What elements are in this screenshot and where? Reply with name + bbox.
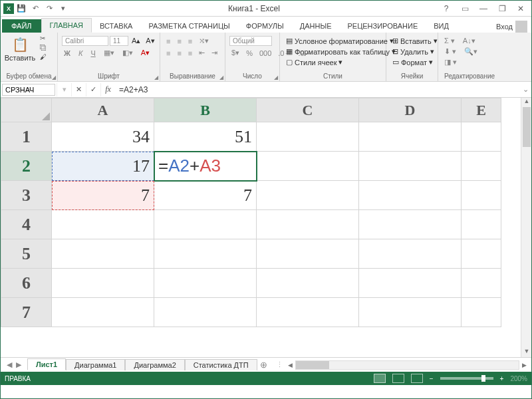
sheet-tab-2[interactable]: Диаграмма1: [66, 359, 125, 370]
user-icon[interactable]: [515, 21, 527, 33]
font-color-button[interactable]: A▾: [139, 48, 152, 58]
row-header-4[interactable]: 4: [1, 210, 52, 239]
col-header-D[interactable]: D: [359, 98, 462, 122]
col-header-C[interactable]: C: [257, 98, 359, 122]
cell-C3[interactable]: [257, 181, 359, 210]
qat-customize-button[interactable]: ▾: [57, 2, 70, 15]
sheet-tab-3[interactable]: Диаграмма2: [125, 359, 184, 370]
cell-A1[interactable]: 34: [52, 122, 154, 152]
cell-E5[interactable]: [462, 239, 501, 269]
cell-B5[interactable]: [154, 239, 257, 269]
cell-D3[interactable]: [359, 181, 462, 210]
undo-button[interactable]: ↶: [29, 2, 42, 15]
decrease-font-button[interactable]: A▾: [144, 36, 156, 46]
currency-button[interactable]: $▾: [229, 48, 241, 58]
align-left-button[interactable]: ≡: [164, 49, 172, 58]
row-header-6[interactable]: 6: [1, 269, 52, 298]
save-button[interactable]: 💾: [15, 2, 28, 15]
view-page-break-button[interactable]: [411, 374, 423, 383]
cell-E7[interactable]: [462, 298, 501, 327]
cell-D1[interactable]: [359, 122, 462, 152]
hscroll-right[interactable]: ▶: [519, 362, 529, 368]
zoom-thumb[interactable]: [481, 375, 485, 382]
scroll-down-button[interactable]: ▼: [521, 348, 531, 357]
conditional-formatting-button[interactable]: ▤Условное форматирование▾: [284, 36, 396, 46]
sheet-tab-4[interactable]: Статистика ДТП: [185, 359, 257, 370]
redo-button[interactable]: ↷: [43, 2, 56, 15]
indent-decrease-button[interactable]: ⇤: [197, 48, 207, 58]
row-header-5[interactable]: 5: [1, 239, 52, 269]
horizontal-scrollbar[interactable]: [295, 360, 519, 370]
cell-C2[interactable]: [257, 152, 359, 181]
insert-function-button[interactable]: fx: [100, 83, 115, 96]
view-page-layout-button[interactable]: [392, 374, 404, 383]
expand-formula-bar[interactable]: ⌄: [519, 85, 531, 94]
hscroll-left[interactable]: ◀: [286, 362, 295, 368]
cell-A2[interactable]: 17: [52, 152, 154, 181]
tab-page-layout[interactable]: РАЗМЕТКА СТРАНИЦЫ: [140, 19, 237, 33]
zoom-slider[interactable]: [440, 377, 493, 380]
cell-E4[interactable]: [462, 210, 501, 239]
delete-cells-button[interactable]: ⊟Удалить▾: [390, 47, 436, 57]
find-select-button[interactable]: 🔍▾: [462, 47, 479, 57]
cell-E3[interactable]: [462, 181, 501, 210]
close-button[interactable]: ✕: [513, 3, 529, 15]
cell-E1[interactable]: [462, 122, 501, 152]
align-middle-button[interactable]: ≡: [175, 37, 183, 46]
cell-styles-button[interactable]: ▢Стили ячеек▾: [284, 57, 344, 67]
orientation-button[interactable]: ⤭▾: [197, 36, 211, 46]
cut-button[interactable]: ✂: [38, 34, 49, 43]
align-right-button[interactable]: ≡: [186, 49, 194, 58]
help-button[interactable]: ?: [438, 3, 454, 15]
cell-A6[interactable]: [52, 269, 154, 298]
cell-E6[interactable]: [462, 269, 501, 298]
restore-button[interactable]: ❐: [494, 3, 510, 15]
percent-button[interactable]: %: [244, 49, 255, 58]
format-as-table-button[interactable]: ▦Форматировать как таблицу▾: [284, 47, 398, 57]
underline-button[interactable]: Ч: [88, 49, 97, 58]
row-header-1[interactable]: 1: [1, 122, 52, 152]
vertical-scrollbar[interactable]: ▲ ▼: [521, 98, 531, 357]
vscroll-thumb[interactable]: [523, 107, 531, 147]
tab-home[interactable]: ГЛАВНАЯ: [41, 18, 92, 33]
cell-D5[interactable]: [359, 239, 462, 269]
cell-A3[interactable]: 7: [52, 181, 154, 210]
view-normal-button[interactable]: [374, 374, 386, 383]
clear-button[interactable]: ◨ ▾: [442, 57, 459, 67]
alignment-launcher[interactable]: ◢: [219, 74, 223, 80]
tab-data[interactable]: ДАННЫЕ: [292, 19, 340, 33]
zoom-level[interactable]: 200%: [510, 375, 527, 382]
minimize-button[interactable]: —: [475, 3, 491, 15]
sheet-nav[interactable]: ◀▶: [1, 360, 27, 369]
tab-scroll-separator[interactable]: ⋮: [273, 360, 286, 369]
scroll-up-button[interactable]: ▲: [521, 98, 531, 107]
cell-D2[interactable]: [359, 152, 462, 181]
formula-input[interactable]: =A2+A3: [115, 84, 519, 96]
align-bottom-button[interactable]: ≡: [186, 37, 194, 46]
autosum-button[interactable]: Σ ▾: [442, 36, 457, 46]
cell-B3[interactable]: 7: [154, 181, 257, 210]
insert-cells-button[interactable]: ⊞Вставить▾: [390, 36, 440, 46]
comma-button[interactable]: 000: [257, 49, 273, 58]
cell-B7[interactable]: [154, 298, 257, 327]
col-header-A[interactable]: A: [52, 98, 154, 122]
sort-filter-button[interactable]: A↓▾: [461, 36, 477, 46]
clipboard-launcher[interactable]: ◢: [52, 74, 56, 80]
name-box-dropdown[interactable]: ▾: [57, 83, 71, 96]
italic-button[interactable]: К: [76, 49, 84, 58]
tab-insert[interactable]: ВСТАВКА: [92, 19, 140, 33]
bold-button[interactable]: Ж: [62, 49, 72, 58]
font-launcher[interactable]: ◢: [154, 74, 158, 80]
cell-C5[interactable]: [257, 239, 359, 269]
zoom-in-button[interactable]: +: [500, 375, 504, 382]
col-header-E[interactable]: E: [462, 98, 501, 122]
tab-view[interactable]: ВИД: [426, 19, 457, 33]
cell-A4[interactable]: [52, 210, 154, 239]
zoom-out-button[interactable]: −: [430, 375, 434, 382]
cell-E2[interactable]: [462, 152, 501, 181]
row-header-2[interactable]: 2: [1, 152, 52, 181]
align-center-button[interactable]: ≡: [175, 49, 183, 58]
select-all-corner[interactable]: [1, 98, 52, 122]
increase-font-button[interactable]: A▴: [130, 36, 142, 46]
cell-A5[interactable]: [52, 239, 154, 269]
